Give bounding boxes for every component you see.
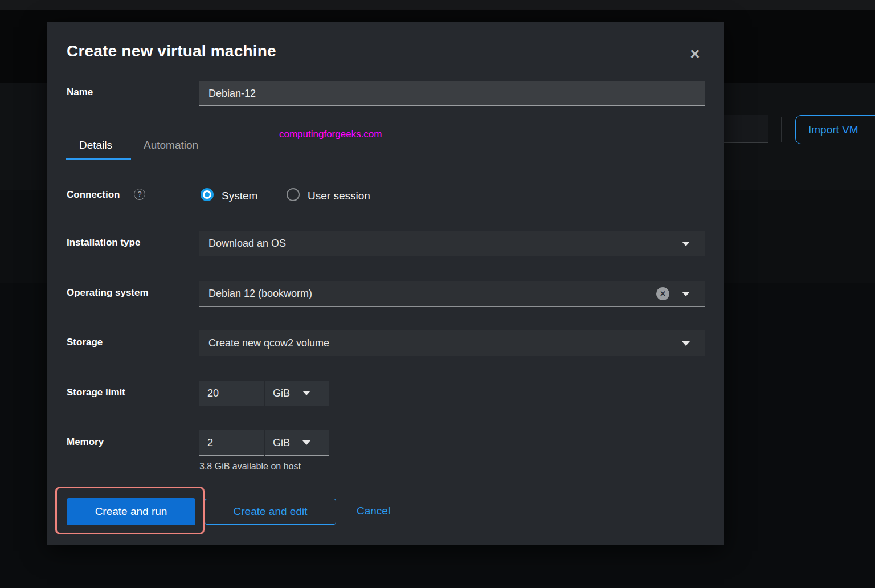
import-vm-button[interactable]: Import VM bbox=[795, 115, 875, 144]
tab-automation[interactable]: Automation bbox=[144, 131, 198, 159]
top-strip bbox=[0, 0, 875, 10]
toolbar-divider bbox=[781, 117, 782, 142]
active-tab-underline bbox=[66, 158, 131, 160]
tab-details[interactable]: Details bbox=[79, 131, 112, 159]
cancel-button[interactable]: Cancel bbox=[357, 505, 390, 517]
operating-system-value: Debian 12 (bookworm) bbox=[208, 288, 312, 300]
radio-user-session-label[interactable]: User session bbox=[308, 190, 370, 202]
installation-type-value: Download an OS bbox=[208, 238, 286, 250]
memory-helper-text: 3.8 GiB available on host bbox=[199, 462, 301, 472]
name-input[interactable] bbox=[199, 81, 705, 106]
radio-system[interactable] bbox=[201, 188, 214, 201]
memory-unit-value: GiB bbox=[273, 437, 290, 449]
close-icon[interactable]: ✕ bbox=[686, 46, 704, 63]
installation-type-label: Installation type bbox=[67, 237, 140, 248]
clear-selection-icon[interactable]: ✕ bbox=[656, 287, 669, 300]
caret-down-icon bbox=[302, 391, 310, 395]
storage-value: Create new qcow2 volume bbox=[208, 337, 329, 349]
storage-label: Storage bbox=[67, 337, 103, 348]
memory-input[interactable] bbox=[199, 430, 264, 456]
watermark-text: computingforgeeks.com bbox=[279, 129, 382, 140]
radio-system-label[interactable]: System bbox=[222, 190, 257, 202]
memory-label: Memory bbox=[67, 436, 104, 448]
caret-down-icon bbox=[682, 292, 690, 296]
caret-down-icon bbox=[682, 242, 690, 246]
dialog-title: Create new virtual machine bbox=[67, 42, 276, 60]
storage-limit-unit-select[interactable]: GiB bbox=[265, 381, 329, 406]
storage-limit-input[interactable] bbox=[199, 381, 264, 406]
storage-limit-unit-value: GiB bbox=[273, 387, 290, 399]
installation-type-select[interactable]: Download an OS bbox=[199, 231, 705, 256]
question-circle-icon[interactable]: ? bbox=[134, 189, 145, 200]
storage-select[interactable]: Create new qcow2 volume bbox=[199, 330, 705, 356]
create-vm-dialog: Create new virtual machine ✕ Name Detail… bbox=[47, 22, 724, 545]
caret-down-icon bbox=[302, 440, 310, 445]
tab-divider bbox=[66, 160, 705, 160]
operating-system-label: Operating system bbox=[67, 287, 149, 299]
storage-limit-label: Storage limit bbox=[67, 387, 125, 398]
caret-down-icon bbox=[682, 341, 690, 346]
create-and-edit-button[interactable]: Create and edit bbox=[205, 499, 336, 525]
connection-label: Connection bbox=[67, 189, 120, 201]
name-label: Name bbox=[67, 87, 93, 98]
operating-system-select[interactable]: Debian 12 (bookworm) ✕ bbox=[199, 281, 705, 307]
memory-unit-select[interactable]: GiB bbox=[265, 430, 329, 456]
radio-user-session[interactable] bbox=[287, 188, 300, 201]
create-and-run-button[interactable]: Create and run bbox=[67, 498, 195, 525]
